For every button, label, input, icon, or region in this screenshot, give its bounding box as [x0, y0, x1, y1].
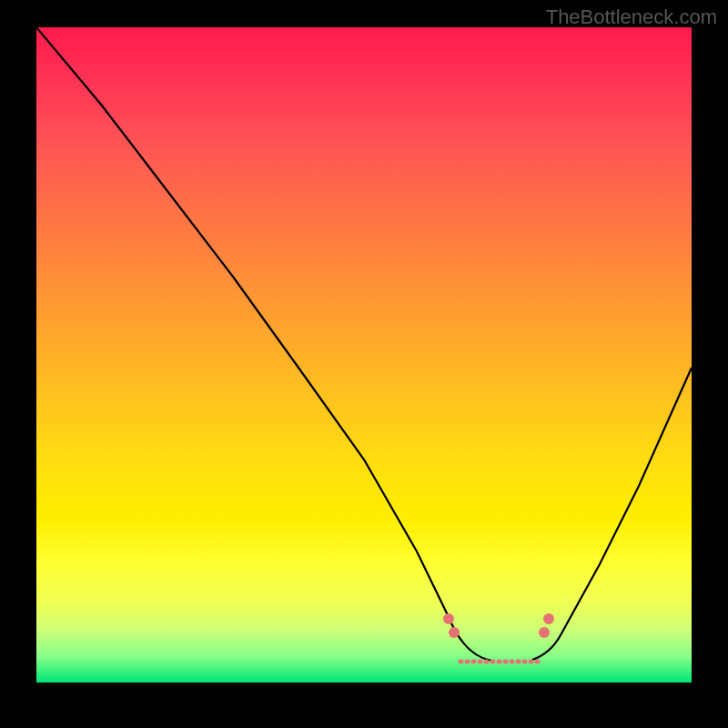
chart-container: TheBottleneck.com	[0, 0, 728, 728]
watermark-text: TheBottleneck.com	[546, 5, 717, 29]
trough-dot	[449, 627, 460, 638]
plot-area	[36, 27, 692, 682]
curve-left-descent	[36, 27, 491, 661]
bottleneck-curve-svg	[36, 27, 692, 682]
trough-dot	[443, 613, 454, 624]
curve-right-ascent	[532, 368, 692, 660]
trough-dots-group	[443, 613, 554, 638]
trough-dot	[539, 627, 550, 638]
trough-dot	[543, 613, 554, 624]
